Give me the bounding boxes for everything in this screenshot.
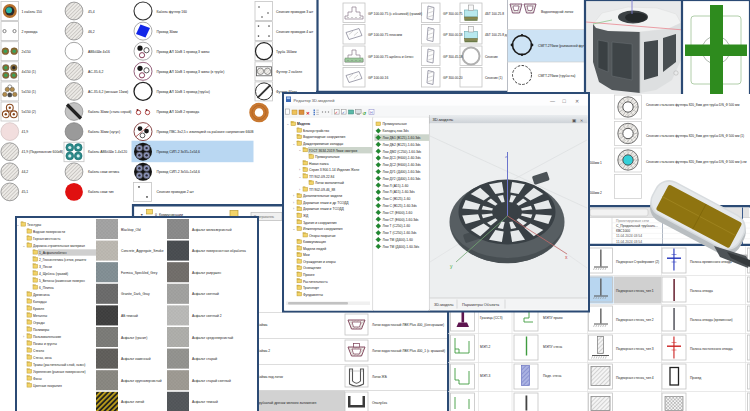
svg-text:МЭП-3: МЭП-3 bbox=[480, 374, 491, 378]
svg-text:Модель: Модель bbox=[297, 122, 310, 126]
svg-text:GP 100.00.16: GP 100.00.16 bbox=[368, 76, 388, 80]
svg-text:45,1: 45,1 bbox=[22, 190, 29, 194]
svg-text:Цветные покрытия: Цветные покрытия bbox=[33, 384, 62, 388]
svg-text:Сечение: Сечение bbox=[485, 55, 498, 59]
svg-text:Полоса временного отвода: Полоса временного отвода bbox=[690, 260, 732, 264]
svg-text:Провод АЛ 10кВ 1 провод 3 жилы: Провод АЛ 10кВ 1 провод 3 жилы bbox=[157, 50, 211, 54]
svg-text:Сечение стального футляра 820_: Сечение стального футляра 820_8мм для тр… bbox=[646, 134, 744, 138]
svg-text:Асфальт старый: Асфальт старый bbox=[192, 357, 217, 361]
svg-text:3_Пески: 3_Пески bbox=[39, 265, 52, 269]
svg-text:Серия 3.900.1-14 Изделия Желе: Серия 3.900.1-14 Изделия Желе bbox=[309, 168, 360, 172]
svg-text:Благоустройство: Благоустройство bbox=[303, 129, 329, 133]
svg-text:Параметры Объекта: Параметры Объекта bbox=[462, 302, 500, 307]
svg-text:Лоток водосточный ЛВК Plus 400: Лоток водосточный ЛВК Plus 400_1 (с крыш… bbox=[372, 349, 445, 353]
svg-text:Модели людей: Модели людей bbox=[303, 247, 326, 251]
svg-text:Провод ПВС-3х2,5 с изоляцией н: Провод ПВС-3х2,5 с изоляцией на рабочее … bbox=[157, 130, 255, 134]
svg-text:Сечение проводов 3 шт: Сечение проводов 3 шт bbox=[276, 10, 314, 14]
svg-text:GP 100.00.75 плоским: GP 100.00.75 плоским bbox=[368, 33, 403, 37]
svg-text:Транспорт: Транспорт bbox=[303, 286, 320, 290]
svg-text:Водные поверхности: Водные поверхности bbox=[33, 230, 65, 234]
svg-text:4БТ 100.25.8 дор: 4БТ 100.25.8 дор bbox=[485, 33, 510, 37]
svg-text:Люк ДС1 (Е600)-1-60.3ds: Люк ДС1 (Е600)-1-60.3ds bbox=[383, 156, 422, 160]
svg-text:Ограды: Ограды bbox=[33, 321, 45, 325]
svg-text:Formica_Speckled_Grey: Formica_Speckled_Grey bbox=[121, 271, 158, 275]
svg-text:Прямоугольные: Прямоугольные bbox=[383, 122, 407, 126]
svg-text:Колодец люк.3ds: Колодец люк.3ds bbox=[383, 129, 409, 133]
svg-text:ЖД: ЖД bbox=[303, 214, 309, 218]
svg-text:Люк ДМ2 (С250)-1-60.3ds: Люк ДМ2 (С250)-1-60.3ds bbox=[383, 150, 422, 154]
svg-text:41,9 (Подключение 600кВ): 41,9 (Подключение 600кВ) bbox=[22, 150, 64, 154]
svg-text:Люк ДБ2 (В125)-1-60.3ds: Люк ДБ2 (В125)-1-60.3ds bbox=[383, 143, 421, 147]
svg-text:⌄: ⌄ bbox=[17, 223, 20, 227]
svg-text:Люк ДУ2 (Д400)-1-60.3ds: Люк ДУ2 (Д400)-1-60.3ds bbox=[383, 177, 421, 181]
svg-text:Провод АЛ 10кВ 2 провода: Провод АЛ 10кВ 2 провода bbox=[157, 110, 200, 114]
svg-text:44,2: 44,2 bbox=[22, 170, 29, 174]
svg-text:Обойма под лоток: Обойма под лоток bbox=[255, 375, 284, 379]
svg-text:Concrete_Aggregate_Smoke: Concrete_Aggregate_Smoke bbox=[121, 249, 164, 253]
svg-text:Асфальт каменный: Асфальт каменный bbox=[121, 357, 151, 361]
svg-text:Лоток ЖБ: Лоток ЖБ bbox=[372, 375, 387, 379]
svg-text:Коммуникация: Коммуникация bbox=[303, 240, 326, 244]
svg-text:Ограждения и опоры: Ограждения и опоры bbox=[303, 260, 336, 264]
svg-text:Люк ТМ (Д400)-1-60.3ds: Люк ТМ (Д400)-1-60.3ds bbox=[383, 245, 420, 249]
svg-text:Стены, окна: Стены, окна bbox=[33, 356, 52, 360]
svg-text:Кабель футляр 160: Кабель футляр 160 bbox=[157, 10, 188, 14]
svg-text:С_Продольный трубчать...: С_Продольный трубчать... bbox=[616, 224, 658, 228]
svg-text:⌄: ⌄ bbox=[293, 142, 296, 146]
svg-text:МЭП-2: МЭП-2 bbox=[480, 345, 491, 349]
svg-text:Дорожные знаки и ТСОДД: Дорожные знаки и ТСОДД bbox=[303, 207, 345, 211]
svg-text:H: H bbox=[370, 111, 373, 115]
svg-text:↺: ↺ bbox=[363, 111, 367, 116]
svg-text:Провод СИП-2 3х50+1х54,6: Провод СИП-2 3х50+1х54,6 bbox=[157, 170, 201, 174]
svg-text:Асфальт поверхностная обработк: Асфальт поверхностная обработка bbox=[192, 249, 246, 253]
svg-text:Дорожно-строительные материал: Дорожно-строительные материал bbox=[33, 244, 85, 248]
svg-text:Лоток монолитный: Лоток монолитный bbox=[315, 181, 344, 185]
svg-text:GP 300.00.18: GP 300.00.18 bbox=[443, 33, 463, 37]
svg-text:Фундаменты: Фундаменты bbox=[303, 293, 323, 297]
svg-text:Асфальт среднезернистый: Асфальт среднезернистый bbox=[192, 336, 233, 340]
svg-text:✓: ✓ bbox=[335, 111, 338, 115]
svg-text:2 провода: 2 провода bbox=[22, 30, 38, 34]
svg-text:500мм 1: 500мм 1 bbox=[590, 161, 603, 165]
svg-text:✓: ✓ bbox=[342, 111, 345, 115]
svg-text:Растительность: Растительность bbox=[303, 280, 328, 284]
svg-text:Стекло: Стекло bbox=[33, 349, 44, 353]
svg-text:Люк С (В125)-1-60: Люк С (В125)-1-60 bbox=[383, 197, 411, 201]
svg-text:Люк ДБ1 (В125)-1-60.3ds: Люк ДБ1 (В125)-1-60.3ds bbox=[383, 136, 421, 140]
svg-text:✕: ✕ bbox=[306, 111, 310, 116]
svg-text:Асфальт светлый 2: Асфальт светлый 2 bbox=[192, 314, 222, 318]
svg-text:Пользовательские: Пользовательские bbox=[33, 335, 61, 339]
svg-text:Проезд: Проезд bbox=[690, 376, 701, 380]
svg-text:Кабель АВБбШв 1-4х120: Кабель АВБбШв 1-4х120 bbox=[88, 150, 127, 154]
svg-text:Асфальт крупнозернистый: Асфальт крупнозернистый bbox=[121, 379, 162, 383]
svg-text:›: › bbox=[299, 188, 300, 192]
svg-text:Подпорная стенка_тип 4: Подпорная стенка_тип 4 bbox=[616, 376, 654, 380]
svg-text:СМГТ.276мм (размывной фут: СМГТ.276мм (размывной фут bbox=[538, 44, 585, 48]
svg-text:Подпорная Стройпромет (2): Подпорная Стройпромет (2) bbox=[616, 260, 659, 264]
svg-text:Люк С (В125)-1-60.3ds: Люк С (В125)-1-60.3ds bbox=[383, 204, 417, 208]
svg-text:3D-модель: 3D-модель bbox=[434, 302, 454, 307]
svg-text:Полоса постоянного отвода: Полоса постоянного отвода bbox=[690, 347, 733, 351]
svg-text:Инженерные сооружения: Инженерные сооружения bbox=[303, 227, 343, 231]
svg-text:Granite_Dark_Gray: Granite_Dark_Gray bbox=[121, 292, 150, 296]
svg-text:Сечение проводов 4 шт: Сечение проводов 4 шт bbox=[276, 30, 314, 34]
svg-text:КВС1000: КВС1000 bbox=[616, 229, 630, 233]
svg-text:МЭПУ право: МЭПУ право bbox=[543, 316, 563, 320]
svg-text:6_Плитка: 6_Плитка bbox=[39, 286, 54, 290]
svg-text:GP 100.00.75 (с обсыпкой) (гра: GP 100.00.75 (с обсыпкой) (гравий) bbox=[368, 12, 422, 16]
svg-text:Провод 30мм: Провод 30мм bbox=[157, 30, 179, 34]
svg-text:Опалубка: Опалубка bbox=[372, 401, 387, 405]
svg-text:Почвы и грунты: Почвы и грунты bbox=[33, 342, 58, 346]
svg-text:4х150 (1): 4х150 (1) bbox=[22, 70, 36, 74]
svg-text:Опоры покрытые: Опоры покрытые bbox=[309, 234, 336, 238]
svg-text:Провод АЛ 10кВ 1 провод (трубы: Провод АЛ 10кВ 1 провод (трубы) bbox=[157, 90, 210, 94]
svg-text:41,9: 41,9 bbox=[22, 130, 29, 134]
svg-text:1_Асфальтобетон: 1_Асфальтобетон bbox=[39, 251, 67, 255]
svg-text:⌄: ⌄ bbox=[299, 175, 302, 179]
svg-text:Подпорная стенка_тип 3: Подпорная стенка_тип 3 bbox=[616, 347, 654, 351]
svg-text:Сечение стального футляра 820_: Сечение стального футляра 820_8мм для тр… bbox=[646, 103, 739, 107]
svg-text:Текстуры: Текстуры bbox=[27, 223, 42, 227]
svg-text:Провод АЛ 10кВ 1 провод 3 жилы: Провод АЛ 10кВ 1 провод 3 жилы (в трубе) bbox=[157, 70, 225, 74]
svg-text:Люк ДС2 (Е600)-1-60.3ds: Люк ДС2 (Е600)-1-60.3ds bbox=[383, 163, 422, 167]
svg-text:›: › bbox=[23, 335, 24, 339]
